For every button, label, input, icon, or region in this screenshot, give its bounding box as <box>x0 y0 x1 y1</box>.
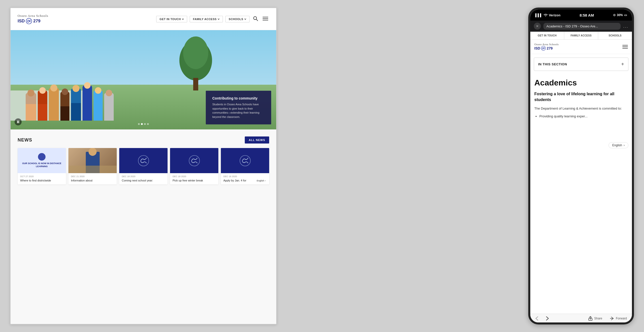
svg-point-14 <box>545 16 546 16</box>
logo-area: Osseo Area Schools ISD 279 <box>18 14 48 24</box>
news-card-3-body: DEC 18 2020 Coming next school year: <box>119 173 168 184</box>
svg-rect-9 <box>17 121 18 123</box>
svg-point-1 <box>254 17 257 20</box>
academics-body-text: The Department of Learning & Achievement… <box>534 106 628 111</box>
osseo-logo-icon <box>138 155 149 166</box>
news-header: NEWS ALL NEWS <box>18 136 269 144</box>
hamburger-line-1 <box>622 45 628 45</box>
mobile-schools-tab[interactable]: SCHOOLS <box>598 32 632 39</box>
news-card-5-date: DEC 16 2020 <box>223 175 267 178</box>
browser-url-bar[interactable]: Academics - ISD 279 - Osseo Are... <box>543 23 621 30</box>
forward-action-button[interactable]: Forward <box>610 316 627 321</box>
mobile-get-in-touch-tab[interactable]: GET IN TOUCH <box>530 32 564 39</box>
svg-point-15 <box>541 46 546 50</box>
news-card-3[interactable]: DEC 18 2020 Coming next school year: <box>119 148 168 184</box>
news-card-5-thumb <box>221 148 269 173</box>
news-card-4-body: DEC 18 2020 Pick up free winter break <box>170 173 218 184</box>
hero-overlay: Contributing to community Students in Os… <box>206 91 271 124</box>
news-card-3-headline: Coming next school year: <box>122 179 165 182</box>
academics-content: Academics Fostering a love of lifelong l… <box>530 74 632 140</box>
search-icon <box>253 16 258 21</box>
carrier-info: ▌▌▌ Verizon <box>535 13 560 17</box>
hero-dot-2[interactable] <box>141 123 143 125</box>
mobile-emblem-icon <box>541 46 546 51</box>
menu-button[interactable] <box>262 16 269 22</box>
news-card-4-thumb <box>170 148 218 173</box>
svg-line-2 <box>256 19 258 21</box>
news-card-4-date: DEC 18 2020 <box>173 175 216 178</box>
all-news-button[interactable]: ALL NEWS <box>245 136 269 144</box>
carrier-label: Verizon <box>549 13 560 17</box>
nav-right: GET IN TOUCH FAMILY ACCESS SCHOOLS <box>156 15 269 23</box>
browser-chrome: ✕ Academics - ISD 279 - Osseo Are... ... <box>530 21 632 32</box>
signal-icon: ▌▌▌ <box>535 13 542 17</box>
school-name-label: Osseo Area Schools <box>18 14 48 18</box>
mobile-family-access-tab[interactable]: FAMILY ACCESS <box>564 32 598 39</box>
hero-pagination <box>138 123 149 125</box>
status-bar: ▌▌▌ Verizon 8:58 AM ⊙ 30% ▭ <box>530 10 632 21</box>
hero-dot-4[interactable] <box>147 123 149 125</box>
battery-icon: ▭ <box>624 13 627 17</box>
svg-point-13 <box>240 155 250 166</box>
mobile-menu-button[interactable] <box>622 45 628 49</box>
news-card-1-headline: Where to find districtwide <box>20 179 63 182</box>
back-button[interactable] <box>535 316 538 321</box>
news-card-4-headline: Pick up free winter break <box>173 179 216 182</box>
wifi-icon <box>544 13 548 17</box>
hero-pause-button[interactable] <box>15 118 22 125</box>
english-badge: English › <box>255 179 267 182</box>
news-card-2[interactable]: DEC 21 2020 Information about <box>68 148 117 184</box>
mobile-browser: ▌▌▌ Verizon 8:58 AM ⊙ 30% ▭ ✕ Academics … <box>528 8 634 324</box>
mobile-nav-tabs: GET IN TOUCH FAMILY ACCESS SCHOOLS <box>530 32 632 40</box>
news-card-2-headline: Information about <box>71 179 114 182</box>
svg-rect-8 <box>193 78 198 90</box>
battery-label: 30% <box>617 13 623 17</box>
news-card-5[interactable]: DEC 16 2020 Apply by Jan. 4 for English … <box>221 148 269 184</box>
news-card-3-date: DEC 18 2020 <box>122 175 165 178</box>
screen-icon: ⊙ <box>613 13 616 17</box>
svg-point-11 <box>138 155 149 166</box>
forward-label: Forward <box>616 317 627 320</box>
hero-dot-1[interactable] <box>138 123 140 125</box>
english-label: English <box>612 144 622 147</box>
get-in-touch-button[interactable]: GET IN TOUCH <box>156 16 187 22</box>
news-section: NEWS ALL NEWS OUR SCHOOL IS NOW IN DISTA… <box>11 129 276 324</box>
svg-rect-10 <box>18 121 19 123</box>
forward-button[interactable] <box>546 316 549 321</box>
mobile-bottom-bar: Share Forward <box>530 314 632 322</box>
hamburger-line-2 <box>622 46 628 47</box>
news-card-1-date: OCT 27 2020 <box>20 175 63 178</box>
back-icon <box>535 316 538 321</box>
tree-icon <box>176 35 216 90</box>
hero-dot-3[interactable] <box>144 123 146 125</box>
academics-title: Academics <box>534 78 628 87</box>
svg-point-7 <box>183 36 208 69</box>
svg-point-0 <box>26 18 32 24</box>
card-1-text: OUR SCHOOL IS NOW IN DISTANCE LEARNING <box>20 162 64 168</box>
news-card-1-body: OCT 27 2020 Where to find districtwide <box>18 173 66 184</box>
isd-number: 279 <box>33 19 40 24</box>
news-section-title: NEWS <box>18 137 32 143</box>
in-this-section-widget[interactable]: IN THIS SECTION + <box>534 58 628 71</box>
news-card-2-body: DEC 21 2020 Information about <box>68 173 117 184</box>
search-button[interactable] <box>252 15 259 23</box>
mobile-content: IN THIS SECTION + Academics Fostering a … <box>530 54 632 314</box>
news-card-4[interactable]: DEC 18 2020 Pick up free winter break <box>170 148 218 184</box>
chevron-down-icon <box>218 18 220 20</box>
mobile-isd-number: 279 <box>547 46 552 50</box>
battery-info: ⊙ 30% ▭ <box>613 13 627 17</box>
news-card-1[interactable]: OUR SCHOOL IS NOW IN DISTANCE LEARNING O… <box>18 148 66 184</box>
family-access-button[interactable]: FAMILY ACCESS <box>190 16 223 22</box>
hamburger-icon <box>263 17 268 21</box>
chevron-down-icon <box>182 18 184 20</box>
browser-close-button[interactable]: ✕ <box>534 23 541 30</box>
mobile-isd-logo: ISD 279 <box>534 46 559 51</box>
share-action-button[interactable]: Share <box>588 316 602 321</box>
browser-more-button[interactable]: ... <box>623 24 628 29</box>
english-language-button[interactable]: English › <box>609 142 628 148</box>
bottom-nav-left <box>535 316 549 321</box>
expand-section-button[interactable]: + <box>621 61 624 67</box>
academics-list-item-1: Providing quality learning exper... <box>539 114 628 119</box>
desktop-header: Osseo Area Schools ISD 279 GET IN TOUCH … <box>11 8 276 30</box>
schools-button[interactable]: SCHOOLS <box>225 16 250 22</box>
